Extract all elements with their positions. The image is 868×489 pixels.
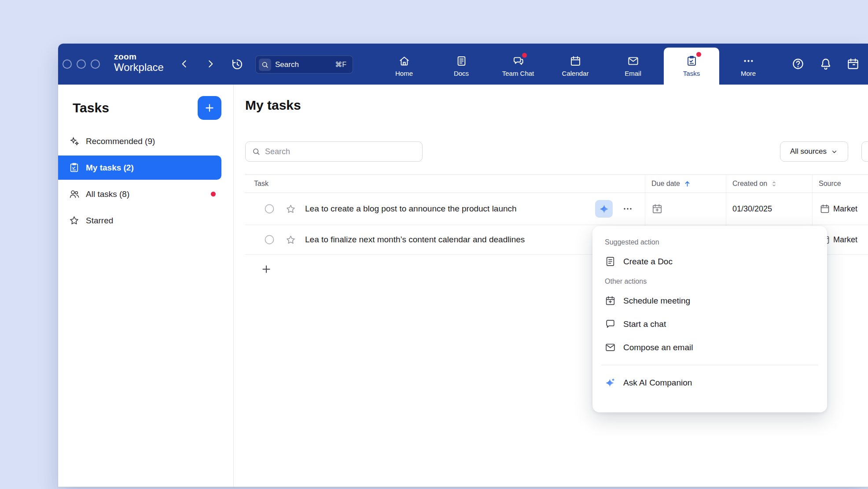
sidebar-item-label: Starred [86,216,113,226]
chevron-right-icon [205,58,216,70]
nav-item-label: Email [625,70,641,77]
window-control-minimize[interactable] [77,59,86,69]
menu-item-compose-email[interactable]: Compose an email [592,336,827,359]
global-search[interactable]: Search ⌘F [255,56,353,74]
column-header-task[interactable]: Task [245,175,645,193]
due-date-cell[interactable] [645,193,726,225]
window-control-close[interactable] [63,59,72,69]
menu-item-create-doc[interactable]: Create a Doc [592,250,827,273]
sidebar-item-label: All tasks (8) [86,189,129,199]
window-controls [63,59,100,69]
nav-item-label: Docs [454,70,469,77]
nav-item-docs[interactable]: Docs [434,48,489,85]
team-chat-notification-dot [522,53,527,58]
star-icon [69,215,80,226]
menu-section-label: Other actions [592,273,827,289]
menu-section-label: Suggested action [592,234,827,250]
menu-divider [601,365,818,365]
menu-item-start-chat[interactable]: Start a chat [592,312,827,336]
task-cell: Lea to create a blog post to announce th… [245,193,645,225]
task-checkbox[interactable] [264,234,275,245]
history-icon [231,58,244,71]
sidebar-item-my-tasks[interactable]: My tasks (2) [58,156,221,180]
plus-icon [261,263,272,275]
home-icon [398,55,410,67]
chat-bubble-icon [605,319,616,330]
ai-companion-actions-button[interactable] [595,200,613,218]
page-title: My tasks [245,98,301,113]
global-search-label: Search [275,60,331,69]
sources-filter-label: All sources [790,147,827,156]
task-title[interactable]: Lea to finalize next month’s content cal… [305,235,525,244]
menu-item-ask-ai-companion[interactable]: Ask AI Companion [592,371,827,394]
sidebar-item-starred[interactable]: Starred [58,208,221,233]
sidebar-item-label: Recommended (9) [86,137,155,146]
sidebar-item-label: My tasks (2) [86,163,134,173]
filter-extra-button[interactable] [861,141,868,162]
sidebar-list: Recommended (9) My tasks (2) All tasks (… [58,129,221,235]
ai-sparkle-icon [599,204,609,214]
sort-toggle-icon[interactable] [770,180,778,188]
nav-item-label: Calendar [562,70,589,77]
clipboard-check-icon [69,162,80,173]
email-icon [627,55,639,67]
sidebar-item-recommended[interactable]: Recommended (9) [58,129,221,153]
notifications-button[interactable] [819,57,832,70]
source-calendar-icon [820,204,830,214]
sources-filter-dropdown[interactable]: All sources [780,141,848,162]
column-header-due-date[interactable]: Due date [645,175,726,193]
calendar-plus-icon [605,295,616,306]
new-task-button[interactable] [198,96,221,120]
table-row: Lea to create a blog post to announce th… [245,193,868,225]
star-icon[interactable] [285,234,296,245]
window-control-maximize[interactable] [91,59,100,69]
source-cell[interactable]: Market [812,193,868,225]
zoom-workplace-logo: zoom Workplace [114,52,164,73]
row-more-button[interactable] [618,200,637,217]
top-bar: zoom Workplace Search ⌘F Home Docs [58,44,868,85]
nav-item-email[interactable]: Email [605,48,661,85]
nav-item-more[interactable]: More [721,48,776,85]
search-icon [252,147,261,156]
star-icon[interactable] [285,204,296,215]
menu-item-label: Ask AI Companion [623,378,692,388]
nav-item-tasks[interactable]: Tasks [664,48,719,85]
nav-item-team-chat[interactable]: Team Chat [490,48,546,85]
ellipsis-icon [622,204,633,214]
history-button[interactable] [231,58,244,71]
chevron-left-icon [179,58,190,70]
source-value: Market [833,204,857,214]
suggested-actions-menu: Suggested action Create a Doc Other acti… [592,226,827,412]
back-button[interactable] [179,58,190,70]
nav-item-calendar[interactable]: Calendar [548,48,603,85]
menu-item-schedule-meeting[interactable]: Schedule meeting [592,289,827,312]
column-header-created-on[interactable]: Created on [726,175,812,193]
nav-item-label: Tasks [683,70,700,77]
help-button[interactable] [791,57,805,70]
schedule-button[interactable] [846,57,860,70]
task-search-input[interactable] [265,147,416,156]
nav-item-home[interactable]: Home [376,48,432,85]
menu-item-label: Start a chat [623,319,666,329]
sort-ascending-icon[interactable] [683,180,691,188]
people-icon [69,189,80,200]
task-title[interactable]: Lea to create a blog post to announce th… [305,204,517,214]
task-search[interactable] [245,141,423,162]
nav-item-label: Home [395,70,413,77]
plus-icon [204,102,215,114]
calendar-plus-icon[interactable] [651,203,663,215]
column-header-source[interactable]: Source [812,175,868,193]
docs-icon [456,55,467,67]
task-checkbox[interactable] [264,203,275,215]
forward-button[interactable] [205,58,216,70]
sidebar-title: Tasks [73,100,109,115]
calendar-icon [570,55,581,67]
task-cell: Lea to finalize next month’s content cal… [245,225,645,254]
menu-item-label: Create a Doc [623,257,673,267]
more-icon [743,55,754,67]
doc-icon [605,256,616,267]
created-on-cell: 01/30/2025 [726,193,812,225]
menu-item-label: Schedule meeting [623,296,690,306]
sidebar-item-all-tasks[interactable]: All tasks (8) [58,182,221,206]
tasks-icon [686,55,698,67]
